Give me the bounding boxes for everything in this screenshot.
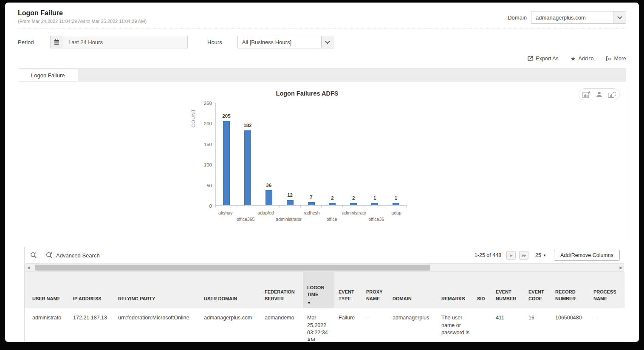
table-header-row: USER NAMEIP ADDRESSRELYING PARTYUSER DOM… [25,272,625,308]
chart-toolbar [579,88,620,100]
bar-value-label: 182 [237,123,258,128]
advanced-search-icon[interactable] [45,251,53,259]
table-cell: The user name or password is [437,308,473,342]
page-size-select[interactable]: 25 ▼ [535,252,546,258]
column-header[interactable]: USER DOMAIN [200,272,260,308]
add-to-button[interactable]: ★ Add to [571,56,594,62]
y-tick-label: 0 [209,203,212,209]
tab-logon-failure[interactable]: Logon Failure [18,69,78,82]
bar-slot: 2 [322,103,343,205]
page-header: Logon Failure (From Mar 24,2022 11:04:29… [5,3,639,24]
column-header[interactable]: RELYING PARTY [114,272,200,308]
table-cell: - [589,308,625,342]
chart-title: Logon Failures ADFS [188,90,426,97]
category-label: office [322,217,342,223]
bar-value-label: 12 [280,192,301,198]
category-label: office365 [235,217,255,223]
hours-select[interactable]: All [Business Hours] [237,36,334,48]
report-window: Logon Failure (From Mar 24,2022 11:04:29… [5,3,639,342]
table-cell: urn:federation:MicrosoftOnline [114,308,200,342]
last-page-button[interactable]: ▶▶ [519,251,528,260]
scroll-right-icon[interactable]: ▶ [619,264,624,271]
x-tick [343,206,364,208]
add-remove-columns-button[interactable]: Add/Remove Columns [554,250,620,261]
bar[interactable] [244,130,251,205]
calendar-icon[interactable] [50,36,63,48]
domain-select[interactable]: admanagerplus.com [531,11,626,24]
add-chart-icon[interactable] [582,91,590,98]
user-icon[interactable] [596,91,603,98]
bar[interactable] [371,203,378,205]
title-block: Logon Failure (From Mar 24,2022 11:04:29… [18,9,147,24]
chevron-down-icon[interactable] [321,36,334,48]
plot-region: 205182361272211 akshayoffice365adapfedad… [215,103,407,223]
x-tick [385,206,407,208]
tab-bar: Logon Failure [18,68,626,81]
column-header[interactable]: IP ADDRESS [69,272,114,308]
category-label: radhesh [302,210,322,223]
domain-area: Domain admanagerplus.com [508,11,626,24]
bar-chart: COUNT 050100150200250 205182361272211 ak… [187,103,407,223]
table-cell: - [473,308,491,342]
column-header[interactable]: EVENT NUMBER [491,272,524,308]
bar[interactable] [223,121,230,205]
bar[interactable] [393,203,399,205]
column-header[interactable]: PROXY NAME [362,272,388,308]
scrollbar-thumb[interactable] [35,265,430,271]
bar-value-label: 36 [258,183,280,188]
column-header[interactable]: LOGON TIME▼ [303,272,334,308]
table-cell: 411 [491,308,524,342]
column-header[interactable]: FEDERATION SERVER [260,272,303,308]
bar-slot: 2 [343,103,364,205]
bar[interactable] [350,203,357,205]
advanced-search-label[interactable]: Advanced Search [56,252,100,259]
column-header[interactable]: RECORD NUMBER [551,272,589,308]
results-table: USER NAMEIP ADDRESSRELYING PARTYUSER DOM… [25,272,625,342]
more-button[interactable]: More [606,56,626,62]
column-header[interactable]: DOMAIN [388,272,437,308]
bar-value-label: 205 [216,113,237,119]
column-header[interactable]: SID [473,272,491,308]
bar-slot: 1 [364,103,385,205]
y-tick-label: 100 [204,162,212,167]
bar[interactable] [329,203,336,205]
scroll-left-icon[interactable]: ◀ [26,264,31,271]
export-as-button[interactable]: Export As [527,56,559,62]
table-cell: - [362,308,388,342]
horizontal-scrollbar[interactable]: ◀ ▶ [25,263,624,272]
bar[interactable] [308,202,315,205]
export-as-label: Export As [536,56,559,62]
table-row[interactable]: administrato172.21.187.13urn:federation:… [25,308,625,342]
column-header[interactable]: USER NAME [25,272,69,308]
x-tick [216,206,237,208]
column-header[interactable]: REMARKS [437,272,473,308]
bar[interactable] [266,190,272,205]
report-date-range: (From Mar 24,2022 11:04:29 AM to Mar 25,… [18,19,147,24]
category-label: administrator [276,217,302,223]
next-page-button[interactable]: ▶ [506,251,516,260]
more-label: More [614,56,626,62]
domain-select-value: admanagerplus.com [531,14,613,21]
column-header[interactable]: PROCESS NAME [589,272,625,308]
bar-value-label: 1 [385,195,407,200]
y-tick-label: 250 [204,101,212,106]
export-icon [527,56,533,62]
category-label: adap [387,210,407,223]
domain-label: Domain [508,14,527,21]
table-cell: 172.21.187.13 [69,308,114,342]
search-icon[interactable] [30,251,37,259]
column-header[interactable]: EVENT TYPE [334,272,362,308]
chevron-down-icon[interactable] [613,11,626,23]
table-cell: Mar 25,2022 03:22:34 AM [303,308,334,342]
pagination-area: 1-25 of 448 ▶ ▶▶ 25 ▼ Add/Remove Columns [475,250,620,261]
bar-value-label: 1 [364,195,385,200]
bar-slot: 12 [280,103,301,205]
column-header[interactable]: EVENT CODE [524,272,551,308]
bar-slot: 36 [258,103,280,205]
refresh-chart-icon[interactable] [608,91,616,98]
table-cell: admandemo [260,308,303,342]
bar[interactable] [287,200,294,205]
period-control: Last 24 Hours [50,36,188,48]
period-input[interactable]: Last 24 Hours [63,36,188,48]
sort-desc-icon[interactable]: ▼ [307,300,332,306]
